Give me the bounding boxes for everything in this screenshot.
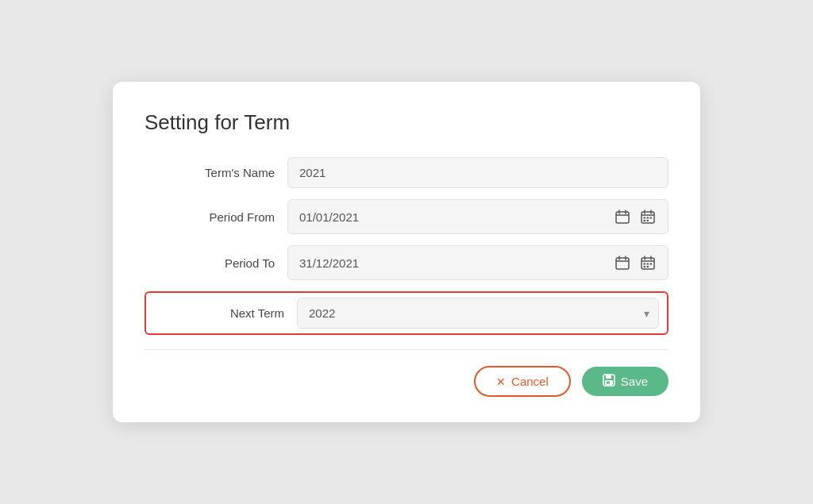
period-from-calendar-simple-button[interactable] (614, 208, 631, 225)
calendar-simple-icon (615, 210, 630, 224)
period-to-label: Period To (144, 256, 287, 270)
svg-rect-9 (647, 217, 649, 219)
period-to-calendar-simple-button[interactable] (614, 254, 631, 271)
calendar-grid-icon-2 (641, 256, 655, 270)
period-from-value: 01/01/2021 (299, 210, 614, 224)
next-term-row: Next Term 2022 2023 2024 ▾ (144, 291, 669, 335)
calendar-simple-icon-2 (615, 256, 630, 270)
svg-rect-11 (644, 220, 646, 221)
footer-divider (144, 349, 669, 350)
save-floppy-icon (603, 374, 615, 389)
term-name-label: Term's Name (144, 166, 287, 179)
svg-rect-21 (644, 264, 646, 265)
cancel-x-icon: ✕ (496, 375, 506, 388)
setting-for-term-dialog: Setting for Term Term's Name Period From… (113, 82, 700, 422)
period-to-icons (614, 254, 657, 271)
period-from-row: Period From 01/01/2021 (144, 199, 669, 234)
svg-rect-12 (647, 220, 649, 221)
svg-rect-8 (644, 217, 646, 219)
save-button[interactable]: Save (582, 367, 669, 396)
next-term-select-wrap: 2022 2023 2024 ▾ (297, 298, 659, 329)
svg-rect-29 (607, 382, 610, 384)
floppy-disk-icon (603, 374, 615, 387)
next-term-select[interactable]: 2022 2023 2024 (297, 298, 659, 329)
svg-rect-22 (647, 264, 649, 265)
period-to-field: 31/12/2021 (287, 245, 669, 280)
dialog-title: Setting for Term (144, 110, 669, 135)
calendar-grid-icon (641, 210, 655, 224)
period-from-icons (614, 208, 657, 225)
footer-buttons: ✕ Cancel Save (144, 366, 669, 397)
term-name-field[interactable] (287, 157, 669, 188)
term-name-input[interactable] (299, 166, 657, 179)
cancel-button[interactable]: ✕ Cancel (474, 366, 571, 397)
period-from-field: 01/01/2021 (287, 199, 669, 234)
svg-rect-10 (650, 217, 653, 219)
period-to-value: 31/12/2021 (299, 256, 614, 270)
period-to-calendar-grid-button[interactable] (639, 254, 657, 271)
svg-rect-24 (644, 266, 646, 267)
next-term-label: Next Term (154, 306, 297, 320)
svg-rect-25 (647, 266, 649, 267)
cancel-label: Cancel (511, 375, 549, 388)
period-to-row: Period To 31/12/2021 (144, 245, 669, 280)
svg-rect-13 (616, 258, 629, 269)
save-label: Save (621, 375, 648, 388)
svg-rect-0 (616, 212, 629, 223)
period-from-label: Period From (144, 210, 287, 224)
svg-rect-27 (606, 375, 611, 379)
period-from-calendar-grid-button[interactable] (639, 208, 657, 225)
svg-rect-23 (650, 264, 653, 265)
term-name-row: Term's Name (144, 157, 669, 188)
